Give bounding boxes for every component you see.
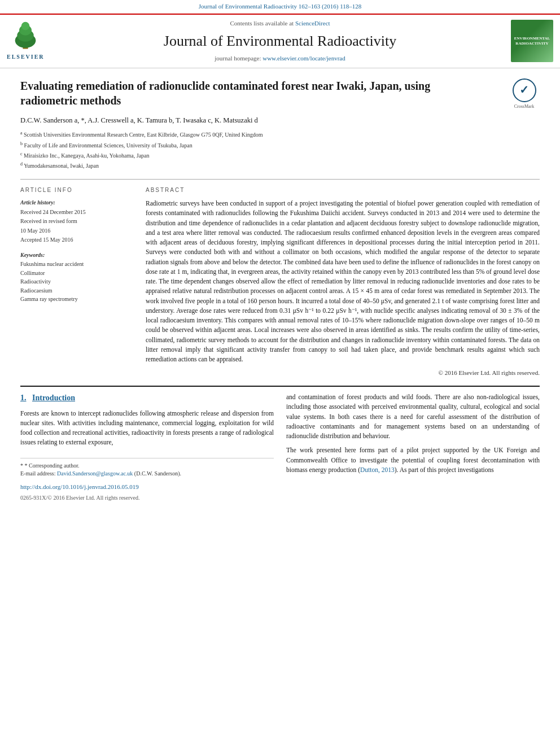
affiliation-a: a Scottish Universities Environmental Re… [20,130,540,139]
journal-cover-text: ENVIRONMENTAL RADIOACTIVITY [511,34,553,47]
footnote-area: * * Corresponding author. E-mail address… [20,458,274,503]
affiliation-b: b Faculty of Life and Environmental Scie… [20,141,540,150]
journal-title: Journal of Environmental Radioactivity [63,30,497,52]
intro-title: Introduction [32,394,75,402]
article-info-heading: ARTICLE INFO [20,186,133,195]
keywords-label: Keywords: [20,251,133,260]
keywords-section: Keywords: Fukushima nuclear accident Col… [20,251,133,304]
revised-date: 10 May 2016 [20,227,133,235]
journal-title-area: Contents lists available at ScienceDirec… [63,19,497,63]
journal-header: ELSEVIER Contents lists available at Sci… [0,15,560,68]
homepage-url[interactable]: www.elsevier.com/locate/jenvrad [262,55,345,62]
corresponding-author: * * Corresponding author. [20,462,274,470]
accepted-date: Accepted 15 May 2016 [20,236,133,244]
crossmark-icon: ✓ [513,78,536,102]
abstract-text: Radiometric surveys have been conducted … [146,199,540,364]
author-email[interactable]: David.Sanderson@glasgow.ac.uk [57,470,133,477]
intro-col-right: and contamination of forest products and… [286,392,540,503]
revised-label: Received in revised form [20,217,133,226]
article-info-abstract: ARTICLE INFO Article history: Received 2… [20,179,540,378]
article-title-row: Evaluating remediation of radionuclide c… [20,78,540,110]
affiliation-d: d Yumodakesansonai, Iwaki, Japan [20,161,540,171]
keyword-2: Collimator [20,269,133,278]
sciencedirect-link[interactable]: ScienceDirect [295,20,330,27]
svg-point-4 [21,22,30,30]
intro-col-left: 1. Introduction Forests are known to int… [20,392,274,503]
intro-heading: 1. Introduction [20,392,274,404]
journal-image-area: ENVIRONMENTAL RADIOACTIVITY [502,19,553,63]
intro-col-left-text: Forests are known to intercept radionucl… [20,409,274,448]
introduction-section: 1. Introduction Forests are known to int… [20,392,540,503]
affiliation-c: c Miraisizko Inc., Kanegaya, Asahi-ku, Y… [20,151,540,160]
doi-link[interactable]: http://dx.doi.org/10.1016/j.jenvrad.2016… [20,483,139,490]
received-date: Received 24 December 2015 [20,208,133,217]
contents-available-text: Contents lists available at ScienceDirec… [63,19,497,28]
article-history-label: Article history: [20,199,133,207]
homepage-line: journal homepage: www.elsevier.com/locat… [63,54,497,63]
affiliations: a Scottish Universities Environmental Re… [20,130,540,171]
elsevier-tree-icon [8,21,42,52]
abstract-col: ABSTRACT Radiometric surveys have been c… [146,186,540,378]
keyword-3: Radioactivity [20,278,133,286]
email-line: E-mail address: David.Sanderson@glasgow.… [20,470,274,478]
elsevier-logo: ELSEVIER [7,21,45,62]
copyright: © 2016 Elsevier Ltd. All rights reserved… [146,369,540,378]
elsevier-wordmark: ELSEVIER [7,53,45,62]
article-info-col: ARTICLE INFO Article history: Received 2… [20,186,133,378]
intro-col-right-text: and contamination of forest products and… [286,392,540,475]
article-title: Evaluating remediation of radionuclide c… [20,78,483,108]
elsevier-logo-area: ELSEVIER [7,19,58,63]
issn-line: 0265-931X/© 2016 Elsevier Ltd. All right… [20,494,274,503]
crossmark-label: CrossMark [514,103,535,110]
section-divider [20,386,540,387]
keyword-4: Radiocaesium [20,287,133,295]
keyword-1: Fukushima nuclear accident [20,260,133,269]
abstract-heading: ABSTRACT [146,186,540,195]
authors-line: D.C.W. Sanderson a, *, A.J. Cresswell a,… [20,115,540,125]
crossmark-area[interactable]: ✓ CrossMark [509,78,540,110]
article-body: Evaluating remediation of radionuclide c… [0,68,560,508]
top-banner: Journal of Environmental Radioactivity 1… [0,0,560,15]
journal-citation: Journal of Environmental Radioactivity 1… [199,3,362,10]
journal-cover-image: ENVIRONMENTAL RADIOACTIVITY [511,20,553,62]
keyword-5: Gamma ray spectrometry [20,295,133,304]
